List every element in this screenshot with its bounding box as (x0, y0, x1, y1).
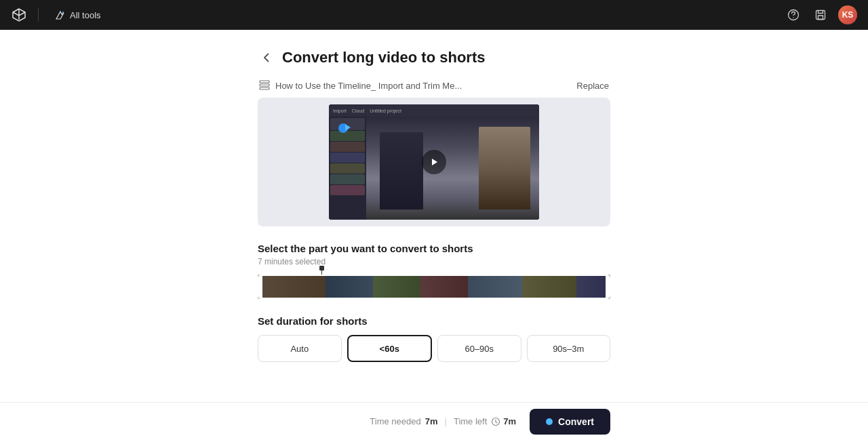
timeline-wrapper (258, 275, 610, 299)
play-button[interactable] (422, 150, 446, 174)
duration-buttons: Auto <60s 60–90s 90s–3m (258, 335, 610, 362)
timeline-segment-6 (576, 275, 610, 299)
time-left-label: Time left (454, 416, 487, 426)
timeline-segment-5 (522, 275, 576, 299)
timeline-segment-0 (258, 275, 326, 299)
duration-section: Set duration for shorts Auto <60s 60–90s… (258, 315, 610, 362)
svg-rect-5 (260, 84, 269, 86)
convert-dot-icon (546, 418, 553, 425)
editor-main-view (366, 117, 539, 220)
main-content: Convert long video to shorts How to Use … (0, 30, 868, 402)
svg-point-0 (62, 12, 64, 13)
convert-label: Convert (558, 416, 594, 427)
select-section-label: Select the part you want to convert to s… (258, 243, 610, 254)
file-info: How to Use the Timeline_ Import and Trim… (259, 80, 462, 91)
page-title: Convert long video to shorts (282, 49, 485, 66)
clock-icon (491, 417, 500, 426)
replace-button[interactable]: Replace (576, 81, 609, 91)
duration-section-label: Set duration for shorts (258, 315, 610, 327)
all-tools-label: All tools (70, 10, 101, 20)
select-section-sublabel: 7 minutes selected (258, 257, 610, 266)
file-row: How to Use the Timeline_ Import and Trim… (258, 80, 610, 91)
editor-left-panel (329, 117, 366, 220)
all-tools-button[interactable]: All tools (50, 7, 106, 23)
svg-point-2 (793, 17, 793, 18)
back-button[interactable] (258, 49, 275, 66)
time-left-group: 7m (491, 416, 516, 426)
duration-auto-button[interactable]: Auto (258, 335, 342, 362)
svg-rect-4 (260, 81, 269, 83)
timeline-segment-2 (373, 275, 420, 299)
help-icon (787, 9, 800, 21)
timeline-segment-4 (468, 275, 522, 299)
file-icon (259, 80, 270, 91)
duration-lt60s-button[interactable]: <60s (347, 335, 433, 362)
svg-marker-7 (432, 159, 437, 165)
navbar-right: KS (784, 5, 857, 24)
play-icon (429, 157, 439, 167)
logo (11, 7, 27, 23)
navbar: All tools KS (0, 0, 868, 30)
video-inner: Import Cloud Untitled project (329, 104, 539, 220)
timeline-strip[interactable] (258, 275, 610, 299)
time-needed-label: Time needed (370, 416, 420, 426)
footer: Time needed 7m | Time left 7m Convert (0, 402, 868, 440)
duration-60to90s-button[interactable]: 60–90s (437, 335, 521, 362)
descript-logo-icon (11, 7, 27, 23)
magic-icon (55, 9, 66, 20)
svg-rect-6 (260, 87, 269, 89)
time-needed-value: 7m (425, 416, 438, 426)
back-arrow-icon (260, 52, 273, 64)
svg-rect-3 (816, 11, 825, 20)
timeline-segment-3 (420, 275, 468, 299)
duration-90to3m-button[interactable]: 90s–3m (527, 335, 611, 362)
navbar-divider (38, 8, 39, 22)
avatar[interactable]: KS (838, 5, 857, 24)
save-icon (814, 9, 827, 21)
footer-meta: Time needed 7m | Time left 7m (370, 416, 516, 426)
timeline-segment-1 (326, 275, 373, 299)
video-preview: Import Cloud Untitled project (258, 98, 610, 226)
convert-button[interactable]: Convert (530, 409, 610, 435)
footer-inner: Time needed 7m | Time left 7m Convert (258, 409, 610, 435)
save-button[interactable] (811, 5, 830, 24)
content-wrapper: Convert long video to shorts How to Use … (258, 49, 610, 362)
footer-divider: | (445, 416, 447, 426)
page-header: Convert long video to shorts (258, 49, 610, 66)
help-button[interactable] (784, 5, 803, 24)
avatar-initials: KS (842, 10, 854, 20)
editor-top-bar: Import Cloud Untitled project (329, 104, 539, 117)
filename: How to Use the Timeline_ Import and Trim… (275, 81, 462, 91)
time-left-value: 7m (503, 416, 516, 426)
